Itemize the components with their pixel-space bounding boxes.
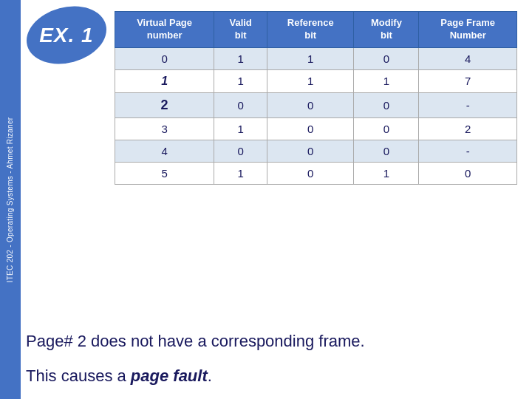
badge-container: EX. 1 <box>26 7 107 63</box>
table-cell-r2-c3: 0 <box>354 92 419 117</box>
table-cell-r5-c4: 0 <box>419 162 517 184</box>
table-row: 31002 <box>115 117 517 140</box>
table-cell-r4-c4: - <box>419 140 517 162</box>
table-cell-r1-c1: 1 <box>214 69 267 92</box>
col-header-page-frame: Page FrameNumber <box>419 12 517 48</box>
col-header-reference-bit: Referencebit <box>267 12 354 48</box>
col-header-virtual-page: Virtual Pagenumber <box>115 12 214 48</box>
table-cell-r3-c3: 0 <box>354 117 419 140</box>
table-cell-r5-c0: 5 <box>115 162 214 184</box>
table-cell-r0-c1: 1 <box>214 47 267 69</box>
sidebar-label: ITEC 202 - Operating Systems - Ahmet Riz… <box>7 117 15 282</box>
page-table: Virtual Pagenumber Validbit Referencebit… <box>115 11 517 185</box>
table-row: 4000- <box>115 140 517 162</box>
table-cell-r2-c4: - <box>419 92 517 117</box>
bottom-line2: This causes a page fault. <box>26 366 517 386</box>
table-cell-r0-c2: 1 <box>267 47 354 69</box>
col-header-modify-bit: Modifybit <box>354 12 419 48</box>
col-header-valid-bit: Validbit <box>214 12 267 48</box>
bottom-line1: Page# 2 does not have a corresponding fr… <box>26 332 517 351</box>
table-cell-r5-c3: 1 <box>354 162 419 184</box>
badge-ellipse: EX. 1 <box>20 0 113 72</box>
table-cell-r5-c2: 0 <box>267 162 354 184</box>
table-cell-r2-c1: 0 <box>214 92 267 117</box>
table-cell-r2-c0: 2 <box>115 92 214 117</box>
table-row: 01104 <box>115 47 517 69</box>
table-cell-r4-c3: 0 <box>354 140 419 162</box>
table-header-row: Virtual Pagenumber Validbit Referencebit… <box>115 12 517 48</box>
table-cell-r3-c1: 1 <box>214 117 267 140</box>
table-cell-r4-c0: 4 <box>115 140 214 162</box>
table-cell-r0-c3: 0 <box>354 47 419 69</box>
table-row: 11117 <box>115 69 517 92</box>
table-cell-r1-c2: 1 <box>267 69 354 92</box>
table-container: Virtual Pagenumber Validbit Referencebit… <box>115 11 517 185</box>
table-cell-r4-c1: 0 <box>214 140 267 162</box>
table-cell-r5-c1: 1 <box>214 162 267 184</box>
table-cell-r1-c4: 7 <box>419 69 517 92</box>
table-cell-r1-c0: 1 <box>115 69 214 92</box>
table-row: 2000- <box>115 92 517 117</box>
badge-text: EX. 1 <box>39 24 93 47</box>
table-cell-r2-c2: 0 <box>267 92 354 117</box>
table-row: 51010 <box>115 162 517 184</box>
table-cell-r3-c2: 0 <box>267 117 354 140</box>
table-cell-r3-c0: 3 <box>115 117 214 140</box>
table-cell-r3-c4: 2 <box>419 117 517 140</box>
table-cell-r0-c4: 4 <box>419 47 517 69</box>
table-cell-r1-c3: 1 <box>354 69 419 92</box>
sidebar: ITEC 202 - Operating Systems - Ahmet Riz… <box>0 0 21 399</box>
table-cell-r0-c0: 0 <box>115 47 214 69</box>
table-cell-r4-c2: 0 <box>267 140 354 162</box>
